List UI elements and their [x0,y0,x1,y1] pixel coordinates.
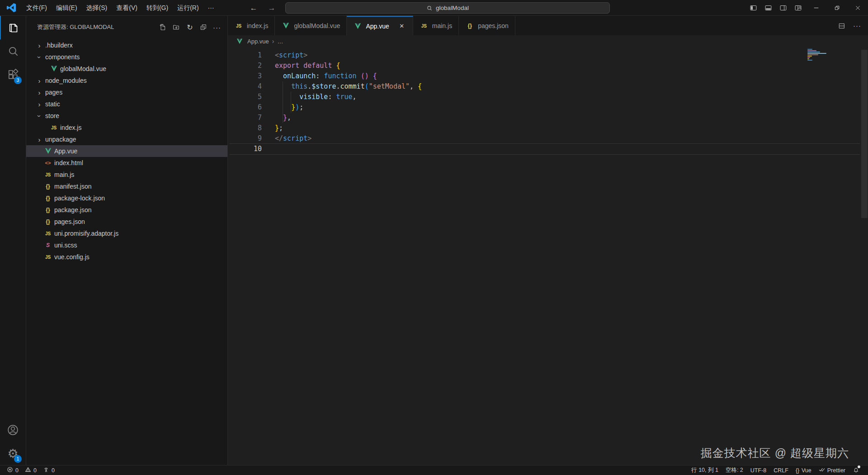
new-folder-icon[interactable] [170,21,182,33]
chevron-right-icon[interactable]: › [35,77,43,85]
tree-item[interactable]: JSuni.promisify.adaptor.js [26,228,227,239]
menu-item[interactable]: 选择(S) [82,2,112,14]
tab-index.js[interactable]: JSindex.js [228,16,275,35]
activity-search-icon[interactable] [0,39,26,63]
chevron-right-icon[interactable]: › [35,89,43,96]
status-item[interactable]: UTF-8 [747,466,769,475]
tree-item[interactable]: {}manifest.json [26,180,227,192]
more-icon[interactable]: ··· [211,21,223,33]
status-item-error-icon[interactable]: 0 [4,466,22,475]
split-editor-icon[interactable] [835,19,848,32]
menu-item[interactable]: 编辑(E) [52,2,82,14]
tree-item[interactable]: JSindex.js [26,122,227,133]
tab-label: pages.json [478,22,509,29]
chevron-down-icon[interactable]: › [35,112,43,120]
refresh-icon[interactable]: ↻ [184,21,196,33]
menu-item[interactable]: 转到(G) [142,2,173,14]
status-item-bell-icon[interactable] [849,466,863,475]
toggle-primary-sidebar-icon[interactable] [746,0,761,15]
line-number: 7 [228,113,262,123]
breadcrumb-symbol[interactable]: … [277,38,283,45]
menu-item[interactable]: 查看(V) [112,2,142,14]
status-item-radio-tower-icon[interactable]: 0 [40,466,58,475]
vertical-scrollbar[interactable] [861,50,868,218]
tab-close-icon[interactable]: ✕ [397,22,406,31]
status-bar: 000 行 10, 列 1空格: 2UTF-8CRLF{}VuePrettier [0,465,868,475]
minimize-icon[interactable] [806,0,826,15]
line-number: 6 [228,102,262,113]
activity-settings-gear-icon[interactable]: ⚙1 [0,442,26,465]
tab-label: App.vue [366,23,389,30]
tree-item[interactable]: JSvue.config.js [26,251,227,263]
status-item[interactable]: 空格: 2 [722,466,746,475]
tree-item-label: store [45,112,59,119]
tree-item[interactable]: globalModal.vue [26,63,227,75]
json-file-icon: {} [43,207,52,213]
command-center-search[interactable]: globalModal [285,2,610,14]
code-editor[interactable]: 12345678910 <script>export default { onL… [228,47,868,465]
explorer-title: 资源管理器: GLOBALMODAL [37,23,114,31]
status-item-double-check-icon[interactable]: Prettier [816,466,849,475]
activity-extensions-icon[interactable]: 3 [0,63,26,86]
tree-item[interactable]: ›unpackage [26,133,227,145]
chevron-right-icon[interactable]: › [35,100,43,108]
double-check-icon [819,466,825,474]
menu-item[interactable]: 文件(F) [22,2,52,14]
more-icon[interactable]: ··· [851,19,863,32]
tree-item-label: components [45,53,80,61]
tree-item[interactable]: ›.hbuilderx [26,39,227,51]
new-file-icon[interactable] [157,21,169,33]
vue-file-icon [281,23,290,29]
tab-pages.json[interactable]: {}pages.json [459,16,515,35]
tree-item[interactable]: <>index.html [26,157,227,169]
editor-actions: ··· [835,16,868,35]
chevron-right-icon[interactable]: › [35,136,43,143]
tree-item[interactable]: {}package-lock.json [26,192,227,204]
chevron-down-icon[interactable]: › [35,53,43,61]
tab-App.vue[interactable]: App.vue✕ [347,16,413,35]
tree-item[interactable]: ›components [26,51,227,63]
tree-item[interactable]: JSmain.js [26,169,227,180]
tree-item-label: index.js [60,124,81,131]
js-file-icon: JS [43,255,52,260]
tree-item-label: globalModal.vue [60,65,106,72]
chevron-right-icon[interactable]: › [35,42,43,49]
tree-item[interactable]: ›pages [26,86,227,98]
line-number: 3 [228,71,262,81]
tree-item[interactable]: {}pages.json [26,216,227,228]
line-number: 4 [228,81,262,92]
line-number: 8 [228,123,262,133]
breadcrumb-file[interactable]: App.vue [247,38,269,45]
tab-globalModal.vue[interactable]: globalModal.vue [275,16,347,35]
collapse-folders-icon[interactable] [198,21,209,33]
tree-item[interactable]: ›store [26,110,227,122]
code-line: }, [275,113,422,123]
breadcrumb[interactable]: App.vue › … [228,35,868,47]
line-number: 10 [228,144,262,154]
menu-item[interactable]: ··· [203,2,219,14]
status-item-warning-icon[interactable]: 0 [22,466,40,475]
close-icon[interactable] [847,0,868,15]
tab-main.js[interactable]: JSmain.js [413,16,459,35]
activity-account-icon[interactable] [0,418,26,442]
toggle-panel-icon[interactable] [761,0,776,15]
forward-arrow-icon[interactable]: → [266,4,278,13]
tree-item[interactable]: {}package.json [26,204,227,216]
status-item[interactable]: 行 10, 列 1 [688,466,722,475]
back-arrow-icon[interactable]: ← [248,4,259,13]
status-text: 空格: 2 [726,466,743,474]
activity-files-icon[interactable] [0,16,26,39]
restore-icon[interactable] [826,0,847,15]
explorer-sidebar: 资源管理器: GLOBALMODAL ↻··· ›.hbuilderx›comp… [26,16,227,465]
tree-item-label: package.json [54,206,92,214]
tree-item[interactable]: App.vue [26,145,227,157]
tree-item[interactable]: ›static [26,98,227,110]
menu-item[interactable]: 运行(R) [173,2,203,14]
toggle-secondary-sidebar-icon[interactable] [776,0,791,15]
minimap[interactable] [807,49,833,61]
status-item[interactable]: CRLF [770,466,792,475]
tree-item[interactable]: Suni.scss [26,239,227,251]
tree-item[interactable]: ›node_modules [26,75,227,86]
status-item-braces-icon[interactable]: {}Vue [793,466,815,475]
customize-layout-icon[interactable] [791,0,806,15]
